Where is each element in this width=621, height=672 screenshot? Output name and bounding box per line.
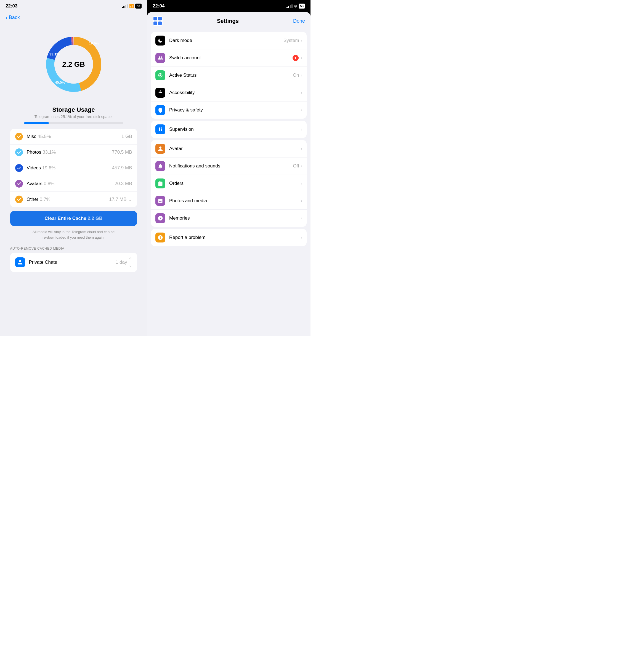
- settings-item-active-status[interactable]: Active Status On ›: [151, 67, 307, 84]
- settings-header: Settings Done: [147, 12, 310, 30]
- photos-pct-label: 33.1%: [49, 52, 59, 56]
- settings-logo-icon: [153, 16, 163, 26]
- battery-right: 53: [299, 4, 305, 8]
- clear-btn-size-val: 2.2 GB: [88, 216, 103, 221]
- storage-subtitle: Telegram uses 25.1% of your free disk sp…: [35, 115, 113, 119]
- settings-item-supervision[interactable]: Supervision ›: [151, 121, 307, 138]
- storage-item-photos[interactable]: Photos 33.1% 770.5 MB: [10, 144, 137, 160]
- storage-item-misc[interactable]: Misc 45.5% 1 GB: [10, 129, 137, 144]
- private-chats-icon: [15, 257, 25, 267]
- status-bar-left: 22:03 📶 53: [0, 0, 147, 12]
- settings-group-4: Report a problem ›: [151, 229, 307, 246]
- settings-item-avatar[interactable]: Avatar ›: [151, 140, 307, 158]
- chevron-icon-2: ›: [301, 55, 302, 60]
- privacy-icon: [155, 105, 165, 115]
- photos-media-icon: [155, 196, 165, 206]
- time-left: 22:03: [5, 3, 17, 9]
- memories-icon: [155, 213, 165, 223]
- clear-btn-label: Clear Entire Cache: [45, 216, 86, 221]
- other-icon: [15, 195, 23, 203]
- chart-total: 2.2 GB: [62, 60, 85, 69]
- supervision-label: Supervision: [169, 127, 301, 132]
- settings-item-switch-account[interactable]: Switch account 1 ›: [151, 49, 307, 67]
- active-status-label: Active Status: [169, 73, 293, 78]
- battery-left: 53: [135, 4, 141, 8]
- active-status-icon: [155, 70, 165, 80]
- avatars-icon: [15, 180, 23, 188]
- clear-cache-button[interactable]: Clear Entire Cache 2.2 GB: [10, 211, 137, 226]
- chevron-icon-5: ›: [301, 107, 302, 113]
- signal-bars-right: [287, 4, 293, 8]
- svg-rect-2: [158, 17, 162, 20]
- active-status-value: On: [293, 73, 299, 78]
- storage-item-avatars[interactable]: Avatars 0.8% 20.3 MB: [10, 176, 137, 192]
- auto-remove-private[interactable]: Private Chats 1 day ⌃⌄: [10, 253, 137, 272]
- storage-item-other[interactable]: Other 0.7% 17.7 MB ⌄: [10, 192, 137, 207]
- chevron-icon: ›: [301, 38, 302, 43]
- settings-title: Settings: [217, 18, 239, 24]
- chevron-icon-3: ›: [301, 73, 302, 78]
- videos-pct-label: 19.6%: [89, 41, 99, 45]
- chevron-icon-10: ›: [301, 198, 302, 203]
- videos-size: 457.9 MB: [112, 165, 132, 171]
- settings-item-orders[interactable]: Orders ›: [151, 175, 307, 192]
- private-chats-label: Private Chats: [29, 260, 116, 265]
- storage-list: Misc 45.5% 1 GB Photos 33.1% 770.5 MB Vi…: [10, 129, 137, 207]
- photos-icon: [15, 148, 23, 156]
- avatars-size: 20.3 MB: [115, 181, 132, 186]
- photos-media-label: Photos and media: [169, 198, 301, 204]
- chevron-icon-9: ›: [301, 181, 302, 186]
- wifi-icon-left: 📶: [129, 4, 134, 8]
- donut-chart: 45.5% 33.1% 19.6% 2.2 GB: [35, 26, 112, 103]
- storage-title: Storage Usage: [52, 106, 95, 114]
- settings-item-privacy[interactable]: Privacy & safety ›: [151, 101, 307, 119]
- switch-account-icon: [155, 53, 165, 63]
- notifications-value: Off: [293, 163, 299, 169]
- report-icon: [155, 232, 165, 242]
- dark-mode-label: Dark mode: [169, 38, 284, 43]
- settings-item-accessibility[interactable]: Accessibility ›: [151, 84, 307, 101]
- settings-done-button[interactable]: Done: [293, 18, 305, 24]
- storage-item-videos[interactable]: Videos 19.6% 457.9 MB: [10, 160, 137, 176]
- back-chevron-icon: ‹: [5, 14, 7, 21]
- wifi-icon-right: ⊛: [294, 4, 297, 8]
- chevron-icon-6: ›: [301, 127, 302, 132]
- misc-pct-label: 45.5%: [55, 80, 65, 84]
- privacy-label: Privacy & safety: [169, 107, 301, 113]
- chevron-icon-4: ›: [301, 90, 302, 95]
- svg-rect-1: [154, 17, 157, 20]
- progress-bar-container: [24, 122, 123, 124]
- progress-bar-fill: [24, 122, 49, 124]
- status-bar-right: 22:04 ⊛ 53: [147, 0, 310, 12]
- dark-mode-value: System: [284, 38, 299, 43]
- notifications-label: Notifications and sounds: [169, 163, 293, 169]
- svg-rect-3: [154, 21, 157, 25]
- auto-remove-header: AUTO-REMOVE CACHED MEDIA: [10, 247, 137, 251]
- chevron-icon-8: ›: [301, 164, 302, 169]
- signal-bars-left: [122, 4, 128, 8]
- time-right: 22:04: [153, 3, 165, 9]
- svg-rect-4: [158, 21, 162, 25]
- disclaimer: All media will stay in the Telegram clou…: [10, 229, 137, 240]
- settings-item-report[interactable]: Report a problem ›: [151, 229, 307, 246]
- accessibility-icon: [155, 88, 165, 98]
- avatars-label: Avatars 0.8%: [27, 181, 115, 186]
- back-label: Back: [9, 15, 20, 20]
- chevron-icon-11: ›: [301, 216, 302, 221]
- settings-item-dark-mode[interactable]: Dark mode System ›: [151, 32, 307, 49]
- photos-size: 770.5 MB: [112, 149, 132, 155]
- misc-icon: [15, 133, 23, 140]
- orders-label: Orders: [169, 181, 301, 186]
- settings-item-memories[interactable]: Memories ›: [151, 210, 307, 227]
- videos-label: Videos 19.6%: [27, 165, 112, 171]
- status-icons-right: ⊛ 53: [287, 4, 305, 8]
- svg-point-7: [160, 90, 161, 91]
- svg-point-6: [160, 75, 161, 77]
- avatar-label: Avatar: [169, 146, 301, 151]
- memories-label: Memories: [169, 216, 301, 221]
- settings-group-3: Avatar › Notifications and sounds Off › …: [151, 140, 307, 227]
- other-size: 17.7 MB ⌄: [109, 197, 132, 203]
- settings-item-notifications[interactable]: Notifications and sounds Off ›: [151, 158, 307, 175]
- back-button[interactable]: ‹ Back: [0, 12, 147, 23]
- settings-item-photos-media[interactable]: Photos and media ›: [151, 192, 307, 210]
